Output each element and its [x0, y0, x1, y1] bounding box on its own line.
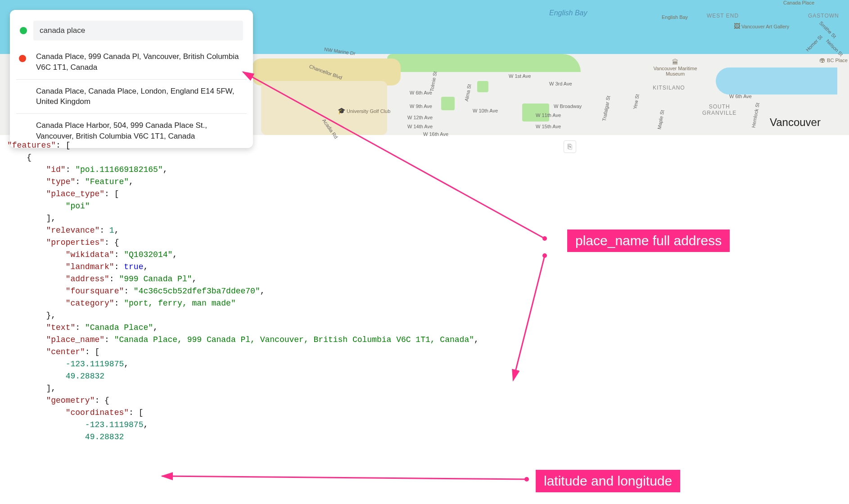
json-str: "Canada Place" [85, 323, 153, 332]
road-w1: W 1st Ave [509, 73, 531, 79]
poi-golf-club: 🎓 University Golf Club [338, 107, 390, 114]
json-key: "wikidata" [66, 250, 114, 259]
json-str: "Q1032014" [124, 250, 172, 259]
search-suggestion[interactable]: Canada Place, 999 Canada Pl, Vancouver, … [16, 45, 247, 79]
origin-dot-icon [20, 27, 27, 34]
suggestion-text: Canada Place Harbor, 504, 999 Canada Pla… [36, 121, 207, 140]
grad-icon: 🎓 [338, 107, 345, 114]
annotation-latlng: latitude and longitude [536, 470, 680, 492]
map-park [441, 97, 455, 110]
json-key: "properties" [46, 238, 104, 247]
poi-english-bay: English Bay [662, 14, 688, 20]
road-w10: W 10th Ave [473, 108, 498, 113]
json-str: "poi.111669182165" [75, 165, 163, 174]
road-w6r: W 6th Ave [729, 94, 752, 99]
road-w14: W 14th Ave [407, 124, 433, 129]
search-panel: canada place Canada Place, 999 Canada Pl… [10, 10, 253, 148]
json-key: "center" [46, 347, 85, 356]
svg-line-4 [162, 476, 527, 479]
poi-bc-place: 🏟 BC Place [819, 56, 848, 63]
road-w3: W 3rd Ave [549, 81, 572, 86]
suggestion-text: Canada Place, 999 Canada Pl, Vancouver, … [36, 52, 239, 72]
search-input-row: canada place [16, 16, 247, 45]
json-num: 1 [109, 226, 114, 235]
json-str: "port, ferry, man made" [124, 299, 235, 308]
json-num: -123.1119875 [85, 420, 144, 429]
json-key: "text" [46, 323, 75, 332]
search-suggestion[interactable]: Canada Place, Canada Place, London, Engl… [16, 79, 247, 114]
road-w12: W 12th Ave [407, 115, 433, 120]
search-input[interactable]: canada place [33, 21, 243, 40]
poi-art-gallery: 🖼 Vancouver Art Gallery [734, 22, 789, 30]
json-key: "category" [66, 299, 114, 308]
json-key: "features" [7, 141, 56, 150]
json-response-code: "features": [ { "id": "poi.111669182165"… [7, 140, 840, 443]
poi-canada-place: Canada Place [783, 0, 814, 5]
map-park [387, 54, 581, 72]
map-inlet [716, 68, 837, 94]
road-w11: W 11th Ave [536, 112, 561, 118]
map-city-label: Vancouver [770, 116, 821, 129]
json-num: 49.28832 [85, 432, 124, 441]
json-str: "Canada Place, 999 Canada Pl, Vancouver,… [114, 335, 474, 344]
json-key: "coordinates" [66, 408, 129, 417]
map-park [477, 81, 488, 92]
gallery-icon: 🖼 [734, 22, 740, 30]
json-str: "4c36c5cb52dfef3ba7ddee70" [134, 287, 260, 296]
suggestion-text: Canada Place, Canada Place, London, Engl… [36, 87, 234, 106]
stadium-icon: 🏟 [819, 56, 826, 63]
district-gastown: GASTOWN [808, 13, 839, 19]
json-key: "foursquare" [66, 287, 124, 296]
json-key: "landmark" [66, 262, 114, 271]
svg-point-5 [524, 477, 529, 482]
road-homer: Homer St [805, 34, 823, 52]
destination-dot-icon [19, 55, 26, 62]
annotation-placename: place_name full address [567, 230, 730, 252]
road-w16: W 16th Ave [423, 131, 448, 137]
json-key: "id" [46, 165, 65, 174]
json-str: "poi" [66, 202, 90, 211]
district-kitsilano: KITSILANO [653, 85, 685, 91]
json-str: "Feature" [85, 177, 129, 186]
road-w9: W 9th Ave [410, 104, 432, 109]
json-num: 49.28832 [66, 372, 104, 381]
json-key: "geometry" [46, 396, 95, 405]
district-west-end: WEST END [707, 13, 739, 19]
json-num: -123.1119875 [66, 360, 124, 369]
road-wbroadway: W Broadway [554, 104, 582, 109]
json-key: "relevance" [46, 226, 99, 235]
road-w15: W 15th Ave [536, 124, 561, 129]
poi-maritime-museum: 🏛Vancouver Maritime Museum [644, 58, 707, 76]
road-w6l: W 6th Ave [410, 90, 432, 95]
district-south-granville: SOUTH GRANVILLE [702, 104, 736, 116]
json-str: "999 Canada Pl" [119, 274, 192, 284]
json-key: "place_name" [46, 335, 104, 344]
json-key: "type" [46, 177, 75, 186]
json-key: "place_type" [46, 189, 104, 198]
json-key: "address" [66, 274, 109, 284]
json-bool: true [124, 262, 143, 271]
museum-icon: 🏛 [672, 58, 678, 66]
map-water-label: English Bay [549, 9, 587, 17]
